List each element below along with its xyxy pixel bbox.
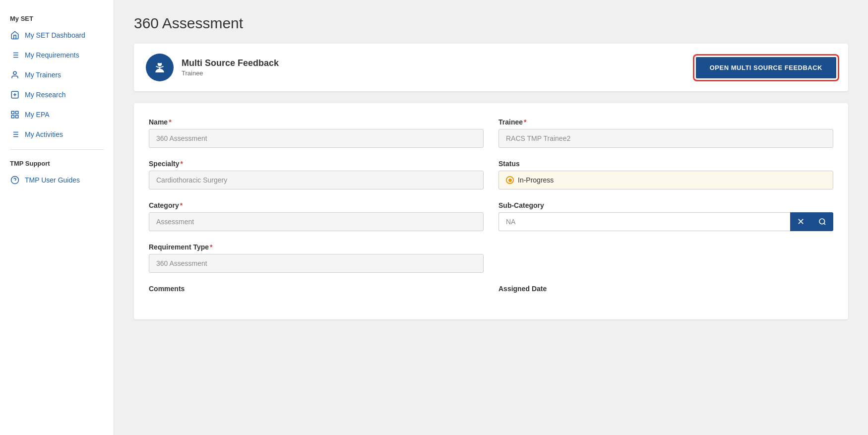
sidebar-item-dashboard-label: My SET Dashboard [25,31,85,39]
form-group-empty [498,243,833,273]
comments-label: Comments [149,285,484,293]
sidebar-item-requirements-label: My Requirements [25,51,79,59]
svg-rect-13 [16,116,18,118]
form-group-trainee: Trainee* [498,118,833,148]
sidebar-item-dashboard[interactable]: My SET Dashboard [0,25,114,45]
requirement-type-input[interactable] [149,254,484,273]
trainee-required: * [524,118,526,126]
sidebar-section-tmp-support: TMP Support [0,155,114,170]
svg-rect-10 [11,111,14,114]
sidebar-item-user-guides-label: TMP User Guides [25,176,80,184]
form-row-1: Name* Trainee* [149,118,833,148]
category-required: * [180,201,183,209]
msf-avatar-icon [146,54,174,81]
question-icon [10,175,20,185]
open-msf-button[interactable]: OPEN MULTI SOURCE FEEDBACK [696,57,836,78]
status-value: In-Progress [518,176,554,184]
svg-rect-12 [11,116,14,118]
svg-line-25 [824,223,825,225]
sidebar-item-research[interactable]: My Research [0,85,114,105]
status-label: Status [498,160,833,168]
sidebar-item-activities-label: My Activities [25,130,63,138]
assigned-date-label: Assigned Date [498,285,833,293]
form-row-3: Category* Sub-Category ✕ [149,201,833,231]
research-icon [10,90,20,100]
page-title: 360 Assessment [134,15,848,32]
msf-left: Multi Source Feedback Trainee [146,54,279,81]
trainers-icon [10,70,20,80]
name-input[interactable] [149,129,484,148]
sidebar-item-research-label: My Research [25,91,65,99]
specialty-label: Specialty* [149,160,484,168]
name-required: * [169,118,171,126]
requirements-icon [10,50,20,60]
trainee-label: Trainee* [498,118,833,126]
svg-point-6 [13,71,16,74]
category-input[interactable] [149,212,484,231]
sidebar-item-activities[interactable]: My Activities [0,124,114,144]
msf-card: Multi Source Feedback Trainee OPEN MULTI… [134,44,848,91]
form-row-4: Requirement Type* [149,243,833,273]
subcategory-field-wrapper: ✕ [498,212,833,231]
req-type-required: * [210,243,212,251]
subcategory-input[interactable] [498,212,790,231]
requirement-type-label: Requirement Type* [149,243,484,251]
sidebar: My SET My SET Dashboard My Requirements [0,0,114,435]
form-group-category: Category* [149,201,484,231]
home-icon [10,30,20,40]
msf-subtitle: Trainee [182,69,279,77]
status-dot-inner [508,179,512,182]
name-label: Name* [149,118,484,126]
status-field: In-Progress [498,171,833,189]
form-group-subcategory: Sub-Category ✕ [498,201,833,231]
trainee-input[interactable] [498,129,833,148]
sidebar-section-my-set: My SET [0,10,114,25]
msf-title: Multi Source Feedback [182,58,279,68]
msf-banner: Multi Source Feedback Trainee OPEN MULTI… [134,44,848,91]
category-label: Category* [149,201,484,209]
form-group-name: Name* [149,118,484,148]
sidebar-divider [10,149,104,150]
sidebar-item-requirements[interactable]: My Requirements [0,45,114,65]
form-group-specialty: Specialty* [149,160,484,189]
epa-icon [10,110,20,120]
status-dot-icon [506,176,514,184]
form-row-2: Specialty* Status In-Progress [149,160,833,189]
specialty-input[interactable] [149,171,484,189]
form-group-comments: Comments [149,285,484,293]
svg-point-24 [819,219,825,224]
specialty-required: * [180,160,183,168]
sidebar-item-trainers[interactable]: My Trainers [0,65,114,85]
svg-rect-23 [158,62,162,63]
form-card: Name* Trainee* Specialty* Status [134,103,848,319]
main-content: 360 Assessment Multi Source Feedback Tra… [114,0,868,435]
msf-info: Multi Source Feedback Trainee [182,58,279,77]
subcategory-search-button[interactable] [811,212,833,231]
subcategory-clear-button[interactable]: ✕ [790,212,811,231]
sidebar-item-epa[interactable]: My EPA [0,105,114,124]
activities-icon [10,129,20,139]
form-group-status: Status In-Progress [498,160,833,189]
sidebar-item-epa-label: My EPA [25,111,50,119]
sidebar-item-user-guides[interactable]: TMP User Guides [0,170,114,190]
form-group-assigned-date: Assigned Date [498,285,833,293]
form-group-requirement-type: Requirement Type* [149,243,484,273]
sidebar-item-trainers-label: My Trainers [25,71,61,79]
svg-rect-11 [16,111,18,114]
subcategory-label: Sub-Category [498,201,833,209]
form-row-5: Comments Assigned Date [149,285,833,293]
